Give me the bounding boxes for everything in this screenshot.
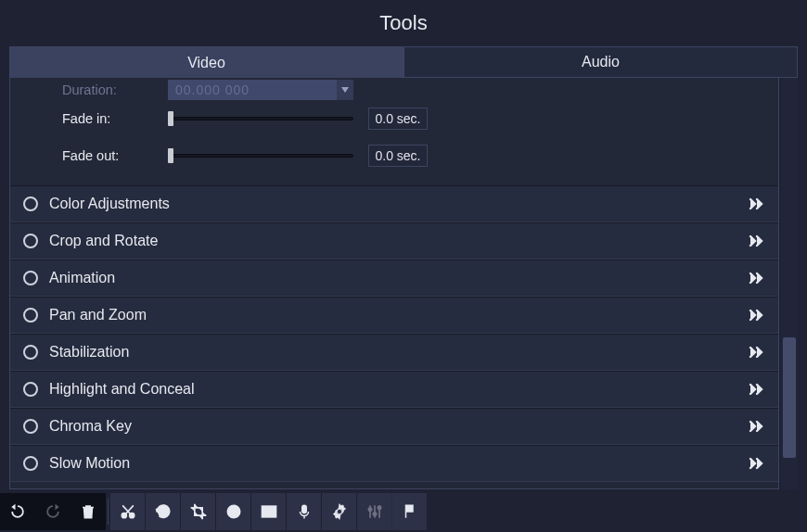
tab-video[interactable]: Video [9,46,404,78]
settings-button[interactable] [322,493,357,530]
chevron-double-right-icon [749,272,765,285]
chevron-double-right-icon [749,457,765,470]
scrollbar[interactable] [781,78,798,489]
duration-dropdown-icon[interactable] [337,80,353,100]
radio-icon[interactable] [23,234,38,248]
tab-audio-label: Audio [582,54,620,70]
accordion-label: Crop and Rotate [49,233,749,249]
bottom-toolbar [0,491,807,532]
chevron-double-right-icon [749,309,765,322]
equalizer-button[interactable] [357,493,392,530]
video-basic-settings: Duration: 00.000 000 Fade in: 0.0 sec. F… [10,78,778,185]
fade-out-label: Fade out: [10,148,168,163]
svg-point-6 [368,508,371,511]
svg-point-8 [378,506,380,509]
radio-icon[interactable] [23,382,38,397]
chevron-double-right-icon [749,346,765,359]
effects-accordion: Color AdjustmentsCrop and RotateAnimatio… [10,185,778,482]
duration-label: Duration: [10,82,168,97]
rotate-button[interactable] [146,493,181,530]
radio-icon[interactable] [23,456,38,471]
accordion-row[interactable]: Highlight and Conceal [10,371,778,408]
undo-button[interactable] [0,493,35,530]
toolbar-separator [108,499,109,525]
fade-out-slider[interactable] [168,146,353,165]
accordion-row[interactable]: Color Adjustments [10,185,778,222]
svg-point-5 [337,509,341,513]
fade-out-track [168,154,353,158]
accordion-label: Highlight and Conceal [49,381,749,398]
color-button[interactable] [216,493,251,530]
svg-rect-4 [301,505,306,513]
fade-out-value[interactable]: 0.0 sec. [368,145,428,167]
svg-point-7 [373,513,376,515]
fade-in-slider[interactable] [168,109,353,128]
scrollbar-thumb[interactable] [783,337,796,458]
accordion-label: Color Adjustments [49,196,749,212]
accordion-label: Animation [49,270,749,286]
delete-button[interactable] [70,493,106,530]
accordion-label: Chroma Key [49,418,749,435]
fade-in-label: Fade in: [10,111,168,126]
cut-button[interactable] [110,493,146,530]
aspect-button[interactable] [251,493,287,530]
tab-video-label: Video [187,55,225,71]
chevron-double-right-icon [749,197,765,210]
accordion-label: Slow Motion [49,455,749,472]
chevron-double-right-icon [749,234,765,247]
redo-button[interactable] [35,493,70,530]
crop-button[interactable] [181,493,216,530]
page-title: Tools [379,11,427,35]
radio-icon[interactable] [23,196,38,211]
duration-field[interactable]: 00.000 000 [168,80,353,100]
fade-in-track [168,117,353,120]
chevron-double-right-icon [749,420,765,433]
accordion-row[interactable]: Pan and Zoom [10,297,778,334]
mic-button[interactable] [287,493,322,530]
accordion-row[interactable]: Animation [10,260,778,297]
duration-value: 00.000 000 [175,82,250,97]
tools-panel: Duration: 00.000 000 Fade in: 0.0 sec. F… [9,78,779,489]
accordion-row[interactable]: Slow Motion [10,445,778,482]
accordion-label: Stabilization [49,344,749,361]
radio-icon[interactable] [23,271,38,285]
accordion-row[interactable]: Crop and Rotate [10,222,778,260]
tab-bar: Video Audio [9,46,798,78]
tab-audio[interactable]: Audio [404,46,798,78]
radio-icon[interactable] [23,308,38,323]
marker-button[interactable] [392,493,428,530]
radio-icon[interactable] [23,345,38,360]
fade-out-thumb[interactable] [168,148,173,163]
accordion-label: Pan and Zoom [49,307,749,323]
accordion-row[interactable]: Chroma Key [10,408,778,445]
radio-icon[interactable] [23,419,38,434]
fade-in-value[interactable]: 0.0 sec. [368,108,428,130]
chevron-double-right-icon [749,383,765,396]
fade-in-thumb[interactable] [168,111,173,126]
accordion-row[interactable]: Stabilization [10,334,778,371]
